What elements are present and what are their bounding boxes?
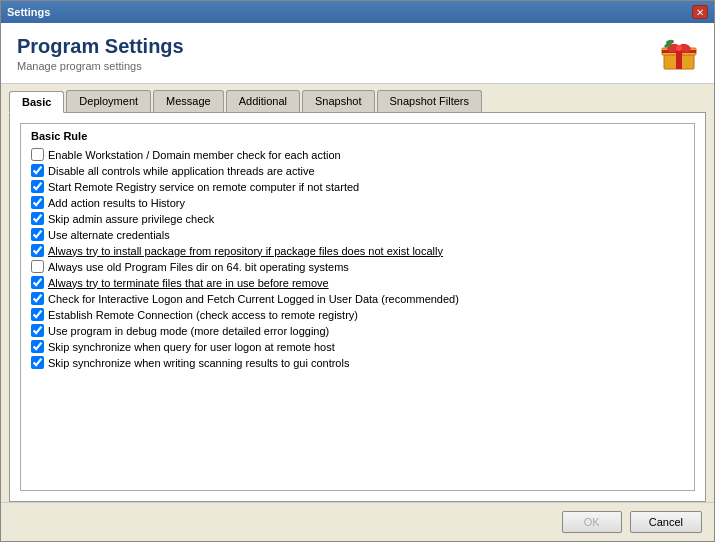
- settings-window: Settings ✕ Program Settings Manage progr…: [0, 0, 715, 542]
- list-item: Start Remote Registry service on remote …: [31, 180, 684, 193]
- checkbox-cb10[interactable]: [31, 292, 44, 305]
- window-title: Settings: [7, 6, 50, 18]
- checkbox-cb6[interactable]: [31, 228, 44, 241]
- label-cb1: Enable Workstation / Domain member check…: [48, 149, 341, 161]
- tab-additional[interactable]: Additional: [226, 90, 300, 112]
- checkbox-cb4[interactable]: [31, 196, 44, 209]
- list-item: Disable all controls while application t…: [31, 164, 684, 177]
- label-cb7: Always try to install package from repos…: [48, 245, 443, 257]
- svg-point-6: [676, 45, 682, 51]
- label-cb14: Skip synchronize when writing scanning r…: [48, 357, 349, 369]
- list-item: Use alternate credentials: [31, 228, 684, 241]
- header-text: Program Settings Manage program settings: [17, 35, 184, 72]
- checkboxes-container: Enable Workstation / Domain member check…: [31, 148, 684, 369]
- header-icon: [660, 35, 698, 73]
- list-item: Always use old Program Files dir on 64. …: [31, 260, 684, 273]
- ok-button[interactable]: OK: [562, 511, 622, 533]
- label-cb2: Disable all controls while application t…: [48, 165, 315, 177]
- cancel-button[interactable]: Cancel: [630, 511, 702, 533]
- checkbox-cb1[interactable]: [31, 148, 44, 161]
- bottom-bar: OK Cancel: [1, 502, 714, 541]
- checkbox-cb14[interactable]: [31, 356, 44, 369]
- basic-rule-group: Basic Rule Enable Workstation / Domain m…: [20, 123, 695, 491]
- close-button[interactable]: ✕: [692, 5, 708, 19]
- list-item: Check for Interactive Logon and Fetch Cu…: [31, 292, 684, 305]
- label-cb4: Add action results to History: [48, 197, 185, 209]
- list-item: Skip synchronize when writing scanning r…: [31, 356, 684, 369]
- list-item: Establish Remote Connection (check acces…: [31, 308, 684, 321]
- tab-content: Basic Rule Enable Workstation / Domain m…: [9, 112, 706, 502]
- tab-snapshot[interactable]: Snapshot: [302, 90, 374, 112]
- checkbox-cb8[interactable]: [31, 260, 44, 273]
- tab-message[interactable]: Message: [153, 90, 224, 112]
- label-cb13: Skip synchronize when query for user log…: [48, 341, 335, 353]
- list-item: Enable Workstation / Domain member check…: [31, 148, 684, 161]
- label-cb11: Establish Remote Connection (check acces…: [48, 309, 358, 321]
- label-cb10: Check for Interactive Logon and Fetch Cu…: [48, 293, 459, 305]
- tab-snapshot-filters[interactable]: Snapshot Filters: [377, 90, 482, 112]
- tab-basic[interactable]: Basic: [9, 91, 64, 113]
- header-area: Program Settings Manage program settings: [1, 23, 714, 84]
- checkbox-cb2[interactable]: [31, 164, 44, 177]
- checkbox-cb7[interactable]: [31, 244, 44, 257]
- list-item: Skip admin assure privilege check: [31, 212, 684, 225]
- label-cb5: Skip admin assure privilege check: [48, 213, 214, 225]
- tabs-bar: Basic Deployment Message Additional Snap…: [1, 84, 714, 112]
- checkbox-cb13[interactable]: [31, 340, 44, 353]
- list-item: Skip synchronize when query for user log…: [31, 340, 684, 353]
- list-item: Add action results to History: [31, 196, 684, 209]
- label-cb12: Use program in debug mode (more detailed…: [48, 325, 329, 337]
- label-cb3: Start Remote Registry service on remote …: [48, 181, 359, 193]
- label-cb6: Use alternate credentials: [48, 229, 170, 241]
- checkbox-cb5[interactable]: [31, 212, 44, 225]
- label-cb8: Always use old Program Files dir on 64. …: [48, 261, 349, 273]
- checkbox-cb3[interactable]: [31, 180, 44, 193]
- page-subtitle: Manage program settings: [17, 60, 184, 72]
- title-bar: Settings ✕: [1, 1, 714, 23]
- tab-deployment[interactable]: Deployment: [66, 90, 151, 112]
- group-legend: Basic Rule: [31, 130, 684, 142]
- list-item: Always try to install package from repos…: [31, 244, 684, 257]
- list-item: Always try to terminate files that are i…: [31, 276, 684, 289]
- checkbox-cb11[interactable]: [31, 308, 44, 321]
- checkbox-cb12[interactable]: [31, 324, 44, 337]
- list-item: Use program in debug mode (more detailed…: [31, 324, 684, 337]
- label-cb9: Always try to terminate files that are i…: [48, 277, 329, 289]
- checkbox-cb9[interactable]: [31, 276, 44, 289]
- page-title: Program Settings: [17, 35, 184, 58]
